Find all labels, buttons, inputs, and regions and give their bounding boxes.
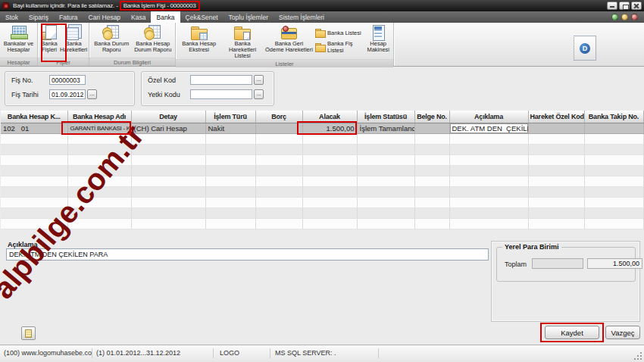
table-cell-empty[interactable] [414, 186, 449, 197]
col-detay[interactable]: Detay [131, 111, 205, 123]
table-cell-empty[interactable] [357, 208, 414, 218]
table-cell-empty[interactable] [302, 186, 357, 197]
table-cell-empty[interactable] [357, 154, 414, 165]
table-cell-empty[interactable] [357, 176, 414, 186]
table-cell-empty[interactable] [584, 154, 643, 165]
table-cell-empty[interactable] [449, 208, 528, 218]
table-cell-empty[interactable] [1, 186, 67, 197]
table-cell-empty[interactable] [205, 218, 255, 229]
table-cell-empty[interactable] [205, 144, 255, 154]
fis-tarihi-input[interactable] [49, 89, 86, 99]
table-cell-empty[interactable] [302, 133, 357, 144]
table-cell-empty[interactable] [584, 186, 643, 197]
table-cell-empty[interactable] [205, 165, 255, 176]
table-row-empty[interactable] [1, 218, 643, 229]
date-picker-button[interactable] [87, 89, 97, 99]
ozel-kod-lookup-button[interactable] [254, 75, 264, 85]
table-cell-empty[interactable] [131, 186, 205, 197]
orb-red-icon[interactable] [631, 14, 638, 20]
table-cell-empty[interactable] [255, 133, 302, 144]
table-cell-empty[interactable] [357, 186, 414, 197]
table-cell-empty[interactable] [255, 208, 302, 218]
col-banka-takip-no[interactable]: Banka Takip No. [584, 111, 643, 123]
table-row-empty[interactable] [1, 133, 643, 144]
cell-detay[interactable]: (CH) Cari Hesap [131, 123, 205, 133]
table-cell-empty[interactable] [205, 154, 255, 165]
table-cell-empty[interactable] [255, 144, 302, 154]
logo-quick-button[interactable] [574, 36, 596, 61]
banka-durum-raporu-button[interactable]: Banka Durum Raporu [91, 23, 133, 58]
table-cell-empty[interactable] [131, 176, 205, 186]
table-cell-empty[interactable] [528, 133, 584, 144]
banka-hareketleri-button[interactable]: Banka Hareketleri [59, 23, 88, 58]
orb-green-icon[interactable] [611, 14, 618, 20]
table-cell-empty[interactable] [528, 208, 584, 218]
table-cell-empty[interactable] [528, 186, 584, 197]
table-cell-empty[interactable] [357, 218, 414, 229]
table-cell-empty[interactable] [1, 176, 67, 186]
table-cell-empty[interactable] [584, 208, 643, 218]
banka-fisleri-button[interactable]: Banka Fişleri [39, 23, 59, 58]
aciklama-input[interactable] [6, 248, 489, 261]
bankalar-ve-hesaplar-button[interactable]: Bankalar ve Hesaplar [2, 23, 36, 58]
kaydet-button[interactable]: Kaydet [545, 326, 599, 339]
col-islem-statusu[interactable]: İşlem Statüsü [357, 111, 414, 123]
table-cell-empty[interactable] [131, 197, 205, 208]
cell-hareket-ozel-kodu[interactable] [528, 123, 584, 133]
cell-islem-statusu[interactable]: İşlem Tamamlandı [357, 123, 414, 133]
banka-hesap-durum-raporu-button[interactable]: Banka Hesap Durum Raporu [133, 23, 174, 58]
table-cell-empty[interactable] [414, 176, 449, 186]
col-hareket-ozel-kodu[interactable]: Hareket Özel Kodu [528, 111, 584, 123]
table-cell-empty[interactable] [302, 218, 357, 229]
table-cell-empty[interactable] [302, 176, 357, 186]
yetki-kodu-lookup-button[interactable] [254, 89, 264, 99]
table-cell-empty[interactable] [302, 154, 357, 165]
table-cell-empty[interactable] [414, 133, 449, 144]
cell-banka-takip-no[interactable] [584, 123, 643, 133]
table-cell-empty[interactable] [449, 197, 528, 208]
table-cell-empty[interactable] [528, 154, 584, 165]
table-cell-empty[interactable] [414, 208, 449, 218]
menu-banka[interactable]: Banka [151, 11, 180, 23]
table-cell-empty[interactable] [414, 154, 449, 165]
note-button[interactable] [21, 326, 36, 340]
table-cell-empty[interactable] [584, 144, 643, 154]
table-cell-empty[interactable] [255, 218, 302, 229]
orb-yellow-icon[interactable] [621, 14, 628, 20]
table-cell-empty[interactable] [255, 154, 302, 165]
banka-geri-odeme-hareketleri-button[interactable]: Banka Geri Ödeme Hareketleri [264, 23, 314, 59]
table-cell-empty[interactable] [584, 218, 643, 229]
table-cell-empty[interactable] [357, 197, 414, 208]
minimize-icon[interactable] [607, 2, 617, 10]
banka-hesap-ekstresi-button[interactable]: Banka Hesap Ekstresi [177, 23, 220, 59]
yetki-kodu-input[interactable] [190, 89, 252, 99]
col-borc[interactable]: Borç [255, 111, 302, 123]
cell-islem-turu[interactable]: Nakit [205, 123, 255, 133]
cell-alacak[interactable]: 1.500,00 [302, 123, 357, 133]
col-banka-hesap-kodu[interactable]: Banka Hesap K... [1, 111, 67, 123]
menu-sistem-islemleri[interactable]: Sistem İşlemleri [274, 11, 330, 23]
banka-listesi-button[interactable]: Banka Listesi [315, 29, 363, 37]
table-cell-empty[interactable] [205, 176, 255, 186]
table-cell-empty[interactable] [205, 197, 255, 208]
col-alacak[interactable]: Alacak [302, 111, 357, 123]
table-cell-empty[interactable] [131, 154, 205, 165]
table-cell-empty[interactable] [302, 197, 357, 208]
table-cell-empty[interactable] [449, 218, 528, 229]
table-cell-empty[interactable] [131, 165, 205, 176]
table-cell-empty[interactable] [302, 144, 357, 154]
table-cell-empty[interactable] [449, 154, 528, 165]
table-cell-empty[interactable] [205, 186, 255, 197]
table-cell-empty[interactable] [255, 186, 302, 197]
table-cell-empty[interactable] [584, 133, 643, 144]
restore-icon[interactable] [619, 2, 630, 10]
close-icon[interactable] [631, 2, 642, 10]
table-cell-empty[interactable] [449, 165, 528, 176]
table-cell-empty[interactable] [584, 197, 643, 208]
cell-belge-no[interactable] [414, 123, 449, 133]
table-cell-empty[interactable] [205, 208, 255, 218]
menu-kasa[interactable]: Kasa [126, 11, 151, 23]
menu-toplu-islemler[interactable]: Toplu İşlemler [224, 11, 274, 23]
cell-borc[interactable] [255, 123, 302, 133]
table-row-empty[interactable] [1, 208, 643, 218]
